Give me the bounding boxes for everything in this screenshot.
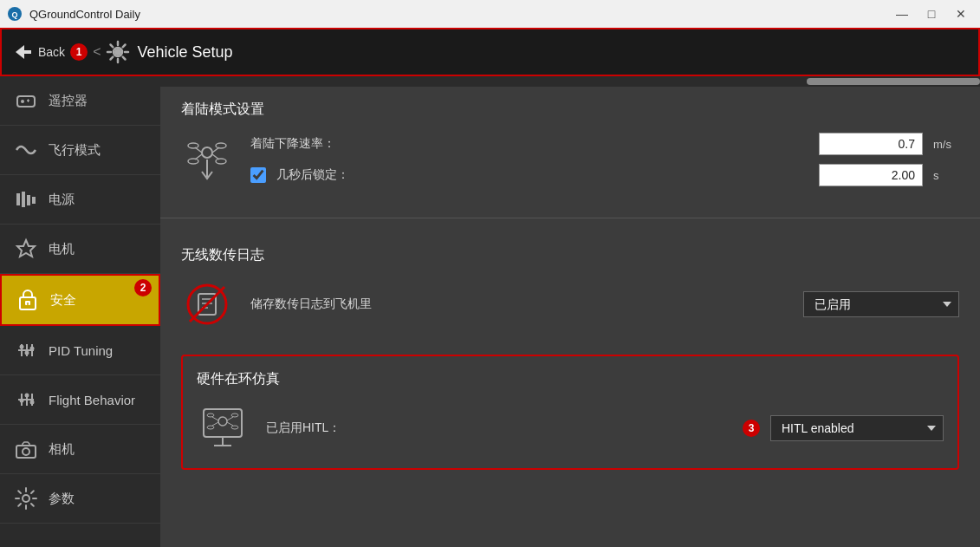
lock-label: 几秒后锁定：: [276, 167, 808, 183]
remote-icon: [14, 88, 38, 113]
minimize-button[interactable]: —: [890, 4, 914, 23]
sidebar-item-flight-behavior[interactable]: Flight Behavior: [0, 375, 160, 425]
log-section-title: 无线数传日志: [181, 246, 959, 264]
land-speed-input[interactable]: [819, 133, 923, 155]
back-label: Back: [38, 45, 65, 59]
sidebar-label-params: 参数: [49, 491, 75, 507]
svg-point-56: [207, 414, 214, 417]
svg-point-6: [21, 100, 24, 103]
landing-section-title: 着陆模式设置: [181, 101, 959, 119]
sidebar-label-remote: 遥控器: [49, 93, 88, 109]
motor-icon: [14, 237, 38, 261]
svg-point-23: [30, 347, 35, 351]
flight-behavior-icon: [14, 387, 38, 412]
landing-section: 着陆模式设置: [160, 87, 980, 211]
back-arrow-icon: [12, 42, 33, 62]
main-layout: 遥控器 飞行模式 电源: [0, 76, 980, 547]
svg-point-59: [231, 426, 238, 429]
svg-point-32: [23, 448, 29, 455]
titlebar-controls: — □ ✕: [890, 4, 973, 23]
power-icon: [14, 187, 38, 212]
log-line: 储存数传日志到飞机里 已启用 已禁用: [250, 291, 959, 317]
svg-line-53: [227, 417, 233, 420]
titlebar-left: Q QGroundControl Daily: [7, 6, 140, 22]
svg-point-41: [188, 159, 198, 164]
svg-rect-9: [16, 193, 20, 205]
log-icon: [181, 278, 233, 330]
safety-badge: 2: [134, 279, 152, 296]
hitl-controls: 已启用HITL： 3 HITL enabled HITL disabled: [266, 415, 944, 441]
sidebar-item-remote[interactable]: 遥控器: [0, 76, 160, 126]
lock-input[interactable]: [819, 164, 923, 186]
divider-1: [160, 218, 980, 218]
svg-line-54: [212, 422, 218, 426]
svg-marker-13: [17, 240, 35, 257]
sidebar-item-motor[interactable]: 电机: [0, 225, 160, 274]
sidebar-label-power: 电源: [49, 192, 75, 208]
svg-point-29: [25, 394, 29, 398]
svg-point-33: [23, 495, 29, 502]
hitl-select[interactable]: HITL enabled HITL disabled: [770, 415, 944, 441]
app-title: QGroundControl Daily: [29, 8, 140, 21]
svg-marker-2: [16, 45, 31, 59]
landing-setting-row: 着陆下降速率： m/s 几秒后锁定： s: [181, 133, 959, 186]
svg-point-28: [20, 399, 24, 403]
sidebar: 遥控器 飞行模式 电源: [0, 76, 160, 547]
hitl-section: 硬件在环仿真: [181, 355, 959, 470]
svg-point-40: [216, 143, 226, 148]
sidebar-item-safety[interactable]: 安全 2: [0, 274, 160, 326]
log-label: 储存数传日志到飞机里: [250, 296, 793, 312]
svg-line-52: [212, 417, 218, 420]
sidebar-label-motor: 电机: [49, 241, 75, 257]
svg-point-42: [216, 159, 226, 164]
svg-rect-11: [27, 195, 30, 205]
svg-point-39: [188, 143, 198, 148]
svg-line-55: [227, 422, 233, 426]
safety-icon: [16, 288, 40, 312]
sidebar-label-pid: PID Tuning: [49, 343, 113, 358]
svg-point-34: [202, 147, 212, 158]
sidebar-item-params[interactable]: 参数: [0, 474, 160, 524]
svg-point-30: [30, 400, 35, 405]
svg-rect-8: [28, 99, 29, 102]
log-controls: 储存数传日志到飞机里 已启用 已禁用: [250, 291, 959, 317]
drone-landing-icon: [181, 133, 233, 186]
hitl-section-title: 硬件在环仿真: [197, 370, 944, 388]
log-select[interactable]: 已启用 已禁用: [803, 291, 959, 317]
land-speed-line: 着陆下降速率： m/s: [250, 133, 959, 155]
svg-text:Q: Q: [11, 10, 17, 19]
svg-point-58: [207, 426, 214, 429]
landing-controls: 着陆下降速率： m/s 几秒后锁定： s: [250, 133, 959, 186]
header: Back 1 < Vehicle Setup: [0, 28, 980, 76]
header-badge-1: 1: [70, 43, 88, 61]
lock-unit: s: [933, 169, 959, 182]
camera-icon: [14, 437, 38, 461]
sidebar-label-flight-behavior: Flight Behavior: [49, 393, 135, 407]
svg-point-51: [218, 417, 227, 426]
sidebar-label-safety: 安全: [50, 292, 76, 309]
sidebar-item-power[interactable]: 电源: [0, 175, 160, 225]
land-speed-label: 着陆下降速率：: [250, 136, 808, 152]
hitl-badge: 3: [743, 420, 760, 437]
hitl-row: 已启用HITL： 3 HITL enabled HITL disabled: [197, 402, 944, 454]
maximize-button[interactable]: □: [919, 4, 944, 23]
svg-rect-12: [32, 197, 36, 204]
titlebar: Q QGroundControl Daily — □ ✕: [0, 0, 980, 28]
svg-point-21: [20, 345, 24, 349]
app-icon: Q: [7, 6, 23, 22]
sidebar-item-camera[interactable]: 相机: [0, 425, 160, 474]
close-button[interactable]: ✕: [949, 4, 973, 23]
content-area: 着陆模式设置: [160, 76, 980, 547]
lock-time-line: 几秒后锁定： s: [250, 164, 959, 186]
gear-icon: [106, 40, 130, 64]
back-button[interactable]: Back 1: [12, 42, 88, 62]
sidebar-item-flight-mode[interactable]: 飞行模式: [0, 126, 160, 175]
top-scrollbar[interactable]: [160, 76, 980, 87]
sidebar-item-pid[interactable]: PID Tuning: [0, 326, 160, 375]
params-icon: [14, 486, 38, 511]
land-speed-unit: m/s: [933, 138, 959, 151]
scrollbar-thumb: [807, 78, 980, 85]
lock-checkbox[interactable]: [250, 167, 266, 183]
hitl-icon: [197, 402, 249, 454]
header-title: Vehicle Setup: [106, 40, 232, 64]
